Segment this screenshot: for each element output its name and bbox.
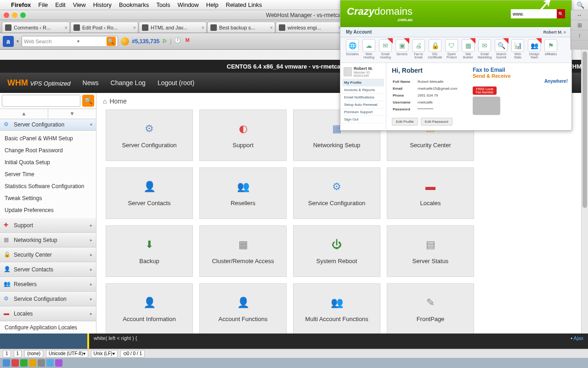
cd-service[interactable]: 🛡Spam Protect (444, 39, 459, 61)
menu-help[interactable]: Help (206, 1, 219, 8)
menu-history[interactable]: History (93, 1, 112, 8)
cd-service[interactable]: ✉Email Marketing (477, 39, 492, 61)
tab-close-icon[interactable]: × (202, 25, 204, 30)
dashboard-card[interactable]: 👤Account Information (106, 283, 193, 334)
dock-app-icon[interactable] (20, 359, 28, 367)
dock-app-icon[interactable] (3, 359, 10, 367)
dashboard-card[interactable]: ✎FrontPage (387, 283, 474, 334)
cd-profile-link[interactable]: Sign Out (342, 116, 384, 123)
cd-service[interactable]: ✉Email Hosting (378, 39, 393, 61)
status-unicode[interactable]: Unicode (UTF-8) ▾ (46, 350, 88, 357)
dashboard-card[interactable]: ⚙Service Configuration (293, 167, 380, 219)
dashboard-card[interactable]: ⬇Backup (106, 225, 193, 277)
dock-app-icon[interactable] (29, 359, 36, 367)
tab-close-icon[interactable]: × (270, 25, 273, 30)
nav-changelog[interactable]: Change Log (111, 79, 146, 86)
scrollbar[interactable] (581, 50, 588, 334)
cd-search-button[interactable]: 🔍 (557, 9, 565, 18)
tab-close-icon[interactable]: × (133, 25, 136, 30)
dashboard-card[interactable]: ⚙Server Configuration (106, 109, 193, 161)
menu-file[interactable]: File (38, 1, 48, 8)
sidebar-cat[interactable]: ⚙Service Configuration▸ (0, 292, 96, 306)
site-identity-icon[interactable]: a (3, 36, 14, 47)
bg-control-icon[interactable]: ↔ (571, 10, 588, 20)
edit-password-button[interactable]: Edit Password (421, 118, 452, 126)
close-window-icon[interactable] (4, 12, 9, 18)
dock-app-icon[interactable] (38, 359, 45, 367)
search-go-button[interactable]: 🔍 (107, 37, 116, 46)
status-lineending[interactable]: Unix (LF) ▾ (91, 350, 118, 357)
sidebar-cat-server-config[interactable]: ⚙ Server Configuration ▾ (0, 119, 96, 131)
clock-icon[interactable]: 🕐 (174, 37, 182, 46)
dashboard-card[interactable]: ▦Cluster/Remote Access (199, 225, 287, 277)
sidebar-cat[interactable]: ▦Networking Setup▸ (0, 233, 96, 247)
sidebar-item[interactable]: Tweak Settings (0, 192, 96, 204)
dock-app-icon[interactable] (11, 359, 19, 367)
nav-logout[interactable]: Logout (root) (158, 79, 194, 86)
dashboard-card[interactable]: 👥Multi Account Functions (293, 283, 380, 334)
nav-news[interactable]: News (83, 79, 99, 86)
menu-window[interactable]: Window (178, 1, 199, 8)
cd-service[interactable]: 👥Design Team (527, 39, 542, 61)
tab-backup[interactable]: Best backup s...× (207, 22, 275, 33)
dashboard-card[interactable]: 👤Account Functions (199, 283, 287, 334)
dock-app-icon[interactable] (46, 359, 54, 367)
cd-profile-link[interactable]: Email Notifications (342, 94, 384, 101)
bg-control-icon[interactable]: ⊞ (571, 20, 588, 30)
search-dropdown-icon[interactable]: ▾ (77, 39, 79, 44)
status-cell[interactable]: 1 (14, 350, 22, 357)
tab-close-icon[interactable]: × (65, 25, 68, 30)
cd-service[interactable]: ☁Web Hosting (362, 39, 376, 61)
status-cell[interactable]: 1 (3, 350, 11, 357)
cd-service[interactable]: 📊Web Stats (510, 39, 525, 61)
minimize-window-icon[interactable] (12, 12, 17, 18)
cd-service[interactable]: 🌐Domains (345, 39, 360, 61)
cd-service[interactable]: 🔒SSL Certificate (428, 39, 442, 61)
zoom-window-icon[interactable] (20, 12, 26, 18)
dock-app-icon[interactable] (55, 359, 62, 367)
search-input[interactable]: Web Search ▾ 🔍 (22, 36, 118, 47)
edit-profile-button[interactable]: Edit Profile (392, 118, 418, 126)
collapse-down-icon[interactable]: ▼ (48, 109, 96, 119)
menu-view[interactable]: View (73, 1, 86, 8)
sidebar-cat[interactable]: 👥Resellers▸ (0, 277, 96, 292)
cd-service[interactable]: ▣Servers (395, 39, 409, 61)
stumble-icon[interactable] (121, 37, 129, 46)
cd-service[interactable]: ▦Site Builder (461, 39, 475, 61)
tag-icon[interactable]: ⚐ (162, 38, 167, 45)
scrollbar-thumb[interactable] (582, 52, 587, 208)
sidebar-item[interactable]: Server Time (0, 168, 96, 180)
menu-related-links[interactable]: Related Links (226, 1, 262, 8)
cd-user-menu[interactable]: Robert M. ≡ (543, 30, 566, 34)
menu-tools[interactable]: Tools (156, 1, 170, 8)
tab-comments[interactable]: Comments ‹ R...× (2, 22, 70, 33)
sidebar-item-trailing[interactable]: Configure Application Locales (0, 321, 96, 334)
dashboard-card[interactable]: ▤Server Status (387, 225, 474, 277)
sidebar-search-input[interactable] (2, 95, 80, 107)
cd-service[interactable]: 🖨Fax to Email (411, 39, 426, 61)
cd-service[interactable]: ⚑Affiliates (543, 39, 558, 61)
code-link[interactable]: Ajax (574, 335, 583, 341)
dashboard-card[interactable]: ▬Locales (387, 167, 474, 219)
sidebar-cat[interactable]: 👤Server Contacts▸ (0, 262, 96, 277)
dashboard-card[interactable]: 👤Server Contacts (106, 167, 193, 219)
gmail-icon[interactable]: M (185, 37, 193, 46)
sidebar-search-button[interactable]: 🔍 (82, 95, 94, 107)
dashboard-card[interactable]: ⏻System Reboot (293, 225, 380, 277)
menu-firefox[interactable]: Firefox (11, 1, 31, 8)
sidebar-cat[interactable]: ✚Support▸ (0, 218, 96, 233)
cd-profile-link[interactable]: Invoices & Reports (342, 86, 384, 94)
sidebar-cat[interactable]: ▬Locales▸ (0, 306, 96, 321)
sidebar-item[interactable]: Change Root Password (0, 144, 96, 156)
sidebar-item[interactable]: Statistics Software Configuration (0, 180, 96, 192)
sidebar-item[interactable]: Basic cPanel & WHM Setup (0, 132, 96, 144)
dropdown-icon[interactable]: ▾ (17, 39, 19, 44)
dashboard-card[interactable]: 👥Resellers (199, 167, 287, 219)
tab-edit-post[interactable]: Edit Post ‹ Ro...× (70, 22, 138, 33)
tab-wireless[interactable]: wireless engi...× (276, 22, 344, 33)
bg-control-icon[interactable]: ↕ (571, 30, 588, 40)
cd-profile-link[interactable]: Premium Support (342, 109, 384, 116)
cd-profile-link[interactable]: My Profile (342, 79, 384, 86)
spotlight-icon[interactable]: 🔍 (577, 1, 584, 9)
menu-bookmarks[interactable]: Bookmarks (119, 1, 149, 8)
